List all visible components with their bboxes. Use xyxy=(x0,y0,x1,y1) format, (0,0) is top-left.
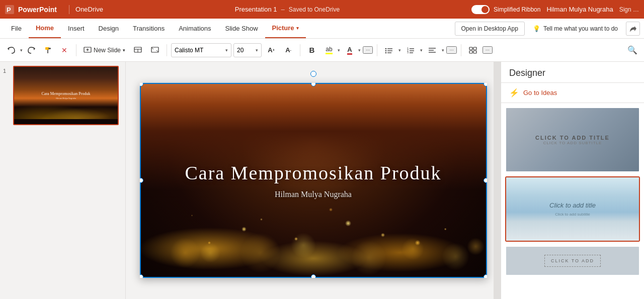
template-2-subtitle: Click to add subtitle xyxy=(555,212,590,217)
tab-picture[interactable]: Picture ▾ xyxy=(265,19,306,38)
bullets-icon xyxy=(385,47,393,54)
bold-button[interactable]: B xyxy=(304,43,319,58)
slide-layout-button[interactable] xyxy=(130,43,145,58)
toolbar: ▾ ✕ New Slide ▾ Calisto MT ▾ 20 ▾ A+ A- … xyxy=(0,39,644,62)
font-size-selector[interactable]: 20 ▾ xyxy=(233,43,262,57)
app-name: PowerPoint xyxy=(18,6,57,14)
bokeh-circle-6 xyxy=(401,238,424,260)
decrease-font-button[interactable]: A- xyxy=(281,43,296,58)
font-color-dropdown[interactable]: ▾ xyxy=(358,48,361,53)
slide-size-button[interactable] xyxy=(147,43,163,58)
svg-point-16 xyxy=(385,50,386,51)
search-button[interactable]: 🔍 xyxy=(625,43,640,58)
tab-home[interactable]: Home xyxy=(29,19,61,38)
lightbulb-icon: 💡 xyxy=(533,25,540,32)
clear-formatting-button[interactable]: ✕ xyxy=(57,43,72,58)
more-paragraph-button[interactable]: ··· xyxy=(446,46,456,54)
font-color-button[interactable]: A xyxy=(342,43,357,58)
service-name[interactable]: OneDrive xyxy=(75,6,103,13)
title-bar: P PowerPoint OneDrive Presentation 1 – S… xyxy=(0,0,644,19)
font-size-display: 20 xyxy=(237,47,254,54)
tab-file[interactable]: File xyxy=(4,19,29,38)
title-divider xyxy=(69,5,69,14)
svg-rect-32 xyxy=(473,51,476,53)
toolbar-divider-5 xyxy=(461,44,461,56)
template-1-title: CLICK TO ADD TITLE xyxy=(535,135,610,141)
rotate-handle[interactable] xyxy=(310,71,316,77)
tab-insert[interactable]: Insert xyxy=(61,19,92,38)
undo-button[interactable] xyxy=(4,43,19,58)
highlight-icon: ab xyxy=(326,46,332,54)
open-desktop-button[interactable]: Open in Desktop App xyxy=(455,22,525,36)
new-slide-dropdown[interactable]: ▾ xyxy=(123,48,125,53)
toggle-switch[interactable] xyxy=(471,5,490,14)
tab-slideshow[interactable]: Slide Show xyxy=(218,19,265,38)
font-selector[interactable]: Calisto MT ▾ xyxy=(171,43,231,57)
slide-thumbnail[interactable]: Cara Mempromosikan Produk Hilman Mulya N… xyxy=(13,66,119,125)
numbering-dropdown[interactable]: ▾ xyxy=(420,48,423,53)
highlight-dropdown[interactable]: ▾ xyxy=(338,48,340,53)
align-button[interactable] xyxy=(425,43,440,58)
search-area: 🔍 xyxy=(625,43,640,58)
group-icon xyxy=(469,47,477,54)
canvas-area: Cara Mempromosikan Produk Hilman Mulya N… xyxy=(126,62,501,299)
designer-panel: Designer ⚡ Go to Ideas CLICK TO ADD TITL… xyxy=(501,62,644,299)
align-dropdown[interactable]: ▾ xyxy=(442,48,444,53)
vertical-scrollbar[interactable] xyxy=(494,62,501,299)
redo-button[interactable] xyxy=(24,43,39,58)
font-size-dropdown-icon[interactable]: ▾ xyxy=(256,48,258,53)
bokeh-circle-3 xyxy=(240,233,281,273)
format-painter-button[interactable] xyxy=(41,43,56,58)
thumb-title: Cara Mempromosikan Produk xyxy=(42,91,91,96)
bullets-dropdown[interactable]: ▾ xyxy=(398,48,401,53)
bokeh-circle-8 xyxy=(467,238,485,255)
simplified-ribbon-toggle[interactable]: Simplified Ribbon xyxy=(471,5,540,14)
slide-canvas-wrapper: Cara Mempromosikan Produk Hilman Mulya N… xyxy=(140,83,487,278)
svg-text:P: P xyxy=(7,6,11,14)
svg-point-18 xyxy=(385,52,386,53)
slide-text-content[interactable]: Cara Mempromosikan Produk Hilman Mulya N… xyxy=(185,162,441,199)
toolbar-divider-2 xyxy=(167,44,167,56)
svg-text:3.: 3. xyxy=(407,51,409,54)
bokeh-circle-1 xyxy=(170,238,200,268)
presentation-title: Presentation 1 xyxy=(235,6,277,13)
sign-out-button[interactable]: Sign … xyxy=(619,6,639,13)
increase-font-button[interactable]: A+ xyxy=(264,43,279,58)
powerpoint-icon: P xyxy=(5,5,14,14)
undo-dropdown[interactable]: ▾ xyxy=(20,48,23,53)
template-3[interactable]: CLICK TO ADD xyxy=(505,246,640,276)
simplified-ribbon-label: Simplified Ribbon xyxy=(494,6,540,13)
share-button[interactable] xyxy=(626,22,640,36)
slide-thumb-bg: Cara Mempromosikan Produk Hilman Mulya N… xyxy=(14,67,118,124)
tab-animations[interactable]: Animations xyxy=(172,19,218,38)
more-arrange-button[interactable]: ··· xyxy=(482,46,493,54)
template-1[interactable]: CLICK TO ADD TITLE CLICK TO ADD SUBTITLE xyxy=(505,107,640,172)
more-text-button[interactable]: ··· xyxy=(363,46,373,54)
template-2[interactable]: Click to add title Click to add subtitle xyxy=(505,176,640,242)
thumb-subtitle: Hilman Mulya Nugraha xyxy=(56,97,76,99)
layout-icon xyxy=(134,47,142,54)
bokeh-circle-2 xyxy=(200,243,220,263)
new-slide-button[interactable]: New Slide ▾ xyxy=(80,43,128,58)
slide-panel: 1 Cara Mempromosikan Produk Hilman Mulya… xyxy=(0,62,126,299)
slide-canvas[interactable]: Cara Mempromosikan Produk Hilman Mulya N… xyxy=(140,83,487,278)
user-name[interactable]: Hilman Mulya Nugraha xyxy=(546,6,613,13)
tab-transitions[interactable]: Transitions xyxy=(126,19,172,38)
slide-size-icon xyxy=(151,47,159,54)
svg-rect-29 xyxy=(469,47,472,50)
template-1-subtitle: CLICK TO ADD SUBTITLE xyxy=(535,141,610,145)
highlight-button[interactable]: ab xyxy=(321,43,337,58)
ribbon-actions: Open in Desktop App 💡 Tell me what you w… xyxy=(455,19,645,38)
font-dropdown-icon[interactable]: ▾ xyxy=(225,48,228,53)
slide-thumbnail-container: 1 Cara Mempromosikan Produk Hilman Mulya… xyxy=(3,66,122,125)
redo-icon xyxy=(27,46,35,54)
toolbar-divider-3 xyxy=(300,44,300,56)
new-slide-icon xyxy=(84,47,92,54)
group-button[interactable] xyxy=(465,43,480,58)
tell-me-button[interactable]: 💡 Tell me what you want to do xyxy=(527,22,624,36)
bullets-button[interactable] xyxy=(381,43,396,58)
tab-design[interactable]: Design xyxy=(92,19,126,38)
numbering-icon: 1.2.3. xyxy=(407,47,415,54)
numbering-button[interactable]: 1.2.3. xyxy=(403,43,418,58)
go-to-ideas-button[interactable]: ⚡ Go to Ideas xyxy=(501,83,644,103)
